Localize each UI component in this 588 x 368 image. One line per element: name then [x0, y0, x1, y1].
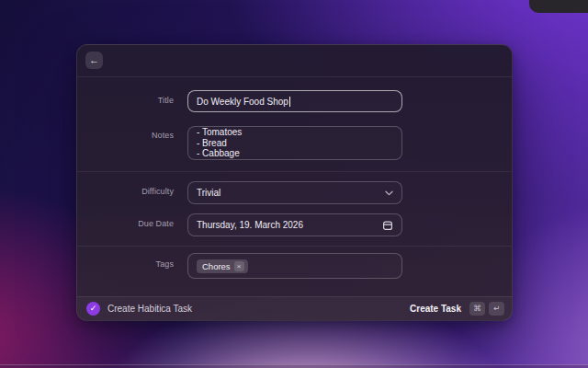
section-divider [77, 171, 512, 172]
title-input[interactable]: Do Weekly Food Shop [187, 90, 402, 112]
calendar-icon[interactable] [382, 220, 393, 231]
due-date-value: Thursday, 19. March 2026 [197, 220, 303, 230]
notes-label: Notes [77, 131, 174, 140]
command-key-icon: ⌘ [469, 302, 485, 316]
tags-label: Tags [77, 259, 174, 269]
create-task-button[interactable]: Create Task [410, 304, 461, 314]
notes-line: - Bread [197, 138, 227, 149]
text-caret [289, 97, 290, 107]
chevron-down-icon [385, 190, 393, 196]
habitica-check-icon: ✓ [86, 302, 100, 316]
background-window-corner [529, 0, 588, 13]
command-title: Create Habitica Task [107, 304, 192, 314]
due-date-label: Due Date [77, 219, 174, 228]
title-label: Title [77, 96, 174, 105]
notes-line: - Cabbage [197, 148, 240, 159]
tag-chip-label: Chores [202, 261, 231, 271]
section-divider [77, 246, 512, 247]
return-key-icon: ↵ [489, 302, 504, 316]
difficulty-dropdown[interactable]: Trivial [187, 181, 402, 204]
difficulty-label: Difficulty [77, 187, 174, 196]
create-task-window: ← Title Do Weekly Food Shop Notes - Toma… [76, 44, 513, 321]
notes-textarea[interactable]: - Tomatoes - Bread - Cabbage [187, 126, 402, 160]
tags-input[interactable]: Chores × [187, 253, 402, 279]
title-value: Do Weekly Food Shop [197, 97, 288, 107]
window-footer: ✓ Create Habitica Task Create Task ⌘ ↵ [77, 296, 512, 320]
footer-actions: Create Task ⌘ ↵ [410, 302, 504, 316]
tag-chip-chores[interactable]: Chores × [197, 259, 248, 273]
difficulty-value: Trivial [197, 188, 220, 198]
due-date-picker[interactable]: Thursday, 19. March 2026 [187, 213, 402, 236]
back-button[interactable]: ← [85, 52, 103, 69]
background-bottom-edge [0, 364, 588, 368]
remove-tag-icon[interactable]: × [234, 261, 244, 271]
notes-line: - Tomatoes [197, 127, 242, 138]
window-header: ← [77, 45, 512, 77]
desktop-background: ← Title Do Weekly Food Shop Notes - Toma… [0, 0, 588, 368]
back-arrow-icon: ← [89, 54, 99, 65]
